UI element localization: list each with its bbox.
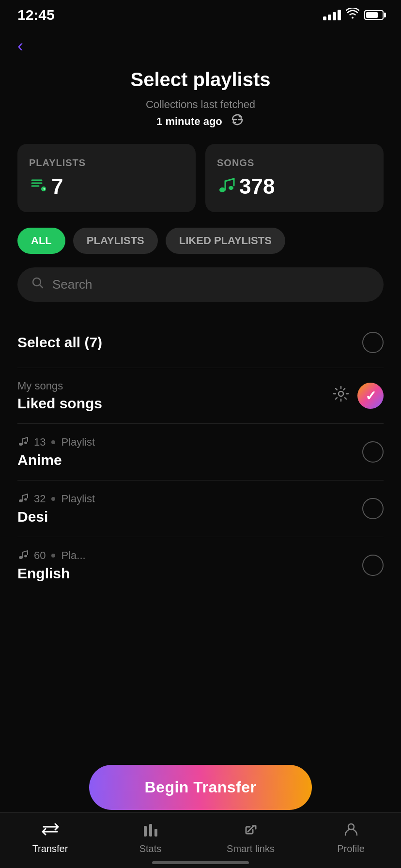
desi-checkbox[interactable] [362,498,384,519]
profile-icon [344,822,358,840]
nav-label-smart-links: Smart links [227,843,275,854]
svg-point-9 [19,556,23,559]
search-input[interactable] [52,277,370,292]
refresh-button[interactable] [230,112,245,132]
songs-stat-icon [217,175,235,198]
anime-meta: 13 Playlist [17,435,362,449]
svg-point-1 [219,187,225,192]
stats-icon [143,822,158,840]
gear-icon[interactable] [332,385,350,406]
music-note-icon [17,549,28,562]
svg-rect-13 [154,829,157,837]
desi-count: 32 [34,493,46,505]
svg-rect-12 [149,824,152,837]
battery-icon [364,10,384,20]
liked-songs-info: My songs Liked songs [17,380,332,412]
liked-songs-actions: ✓ [332,383,384,409]
english-checkbox[interactable] [362,555,384,576]
status-time: 12:45 [17,7,55,23]
list-item: 13 Playlist Anime [0,424,401,480]
english-info: 60 Pla... English [17,549,362,582]
back-button-area: ‹ [0,26,401,61]
anime-count: 13 [34,436,46,449]
playlists-value: 7 [29,174,184,199]
filter-tab-all[interactable]: ALL [17,228,65,254]
liked-songs-meta: My songs [17,380,332,392]
svg-point-4 [339,391,343,396]
nav-item-smart-links[interactable]: Smart links [200,822,301,854]
svg-rect-11 [144,826,147,837]
music-note-icon [17,435,28,449]
playlists-label: PLAYLISTS [29,157,184,169]
desi-name: Desi [17,509,362,525]
list-item: 32 Playlist Desi [0,480,401,537]
page-header: Select playlists Collections last fetche… [0,61,401,144]
dot-separator [51,440,55,444]
songs-label: SONGS [217,157,372,169]
begin-transfer-button[interactable]: Begin Transfer [89,765,312,810]
anime-name: Anime [17,452,362,468]
desi-type: Playlist [61,493,95,505]
music-note-icon [17,492,28,506]
liked-songs-avatar[interactable]: ✓ [357,383,384,409]
status-icons [323,8,384,22]
list-item: 60 Pla... English [0,537,401,593]
page-title: Select playlists [19,69,382,91]
playlists-stat-card: PLAYLISTS 7 [17,144,196,212]
nav-label-transfer: Transfer [32,843,68,854]
svg-point-2 [229,186,233,190]
dot-separator [51,497,55,501]
english-type: Pla... [61,549,85,562]
playlist-stat-icon [29,175,47,198]
last-fetched-text: Collections last fetched 1 minute ago [19,96,382,132]
home-indicator [152,861,249,864]
svg-point-8 [24,498,27,501]
filter-tab-playlists[interactable]: PLAYLISTS [73,228,158,254]
liked-songs-category: My songs [17,380,63,392]
search-bar [17,267,384,302]
desi-meta: 32 Playlist [17,492,362,506]
select-all-checkbox[interactable] [362,332,384,353]
liked-songs-name: Liked songs [17,395,332,412]
english-count: 60 [34,549,46,562]
select-all-label: Select all (7) [17,334,102,351]
search-icon [31,276,45,293]
english-name: English [17,565,362,582]
checkmark-icon: ✓ [365,388,376,404]
filter-tabs: ALL PLAYLISTS LIKED PLAYLISTS [0,228,401,267]
smart-links-icon [243,822,259,840]
nav-item-transfer[interactable]: Transfer [0,822,100,854]
songs-stat-card: SONGS 378 [205,144,384,212]
nav-label-profile: Profile [337,843,365,854]
transfer-icon [42,822,59,840]
english-meta: 60 Pla... [17,549,362,562]
bottom-navigation: Transfer Stats Smart links [0,812,401,868]
list-item: My songs Liked songs ✓ [0,368,401,423]
svg-point-6 [24,442,27,444]
back-button[interactable]: ‹ [17,36,23,56]
nav-label-stats: Stats [139,843,162,854]
anime-info: 13 Playlist Anime [17,435,362,468]
dot-separator [51,554,55,558]
desi-info: 32 Playlist Desi [17,492,362,525]
songs-value: 378 [217,174,372,199]
status-bar: 12:45 [0,0,401,26]
select-all-row: Select all (7) [0,317,401,368]
svg-point-5 [19,443,23,446]
anime-checkbox[interactable] [362,441,384,463]
anime-type: Playlist [61,436,95,449]
stats-row: PLAYLISTS 7 SONGS 378 [0,144,401,228]
signal-bars-icon [323,10,341,20]
wifi-icon [346,8,359,22]
filter-tab-liked-playlists[interactable]: LIKED PLAYLISTS [166,228,285,254]
svg-point-10 [24,555,27,558]
begin-transfer-area: Begin Transfer [89,765,312,810]
svg-point-7 [19,499,23,502]
nav-item-profile[interactable]: Profile [301,822,401,854]
nav-item-stats[interactable]: Stats [100,822,200,854]
